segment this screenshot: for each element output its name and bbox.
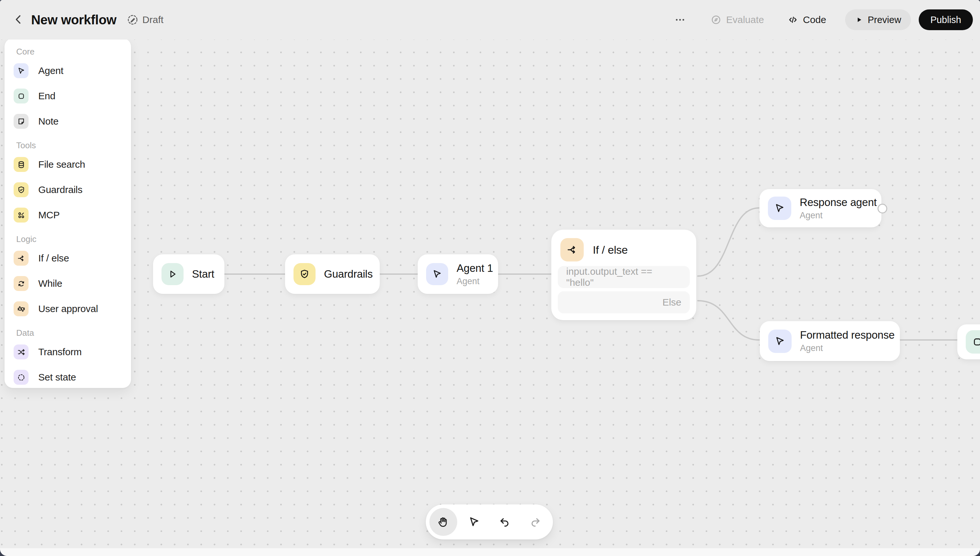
note-icon [14, 114, 29, 129]
node-guardrails[interactable]: Guardrails [285, 254, 380, 294]
node-palette: Core Agent End Note Tools File search Gu… [5, 38, 131, 388]
play-icon [855, 16, 863, 24]
cursor-icon [426, 263, 448, 285]
node-title: If / else [593, 244, 628, 256]
palette-item-file-search[interactable]: File search [14, 157, 126, 172]
palette-item-mcp[interactable]: MCP [14, 208, 126, 223]
redo-icon [529, 516, 542, 528]
canvas-toolbar [426, 504, 553, 540]
shield-check-icon [294, 263, 316, 285]
evaluate-button[interactable]: Evaluate [708, 10, 767, 30]
chevron-left-icon [12, 13, 25, 27]
section-label-tools: Tools [16, 141, 131, 150]
node-title: Guardrails [324, 268, 373, 280]
palette-item-end[interactable]: End [14, 89, 126, 103]
play-icon [161, 263, 184, 285]
palette-item-agent[interactable]: Agent [14, 63, 126, 78]
cursor-icon [14, 63, 29, 78]
undo-icon [499, 516, 511, 528]
node-formatted-response[interactable]: Formatted response Agent [760, 321, 900, 361]
shuffle-icon [14, 344, 29, 359]
node-start[interactable]: Start [153, 254, 224, 294]
section-label-logic: Logic [16, 234, 131, 244]
node-response-agent[interactable]: Response agent Agent [759, 189, 882, 227]
pan-tool-button[interactable] [429, 508, 457, 536]
cursor-icon [468, 516, 481, 529]
node-subtitle: Agent [457, 276, 493, 286]
draft-badge: Draft [127, 14, 163, 26]
node-title: Response agent [800, 196, 877, 208]
node-title: Formatted response [800, 329, 895, 341]
node-title: Agent 1 [457, 262, 493, 275]
output-port[interactable] [878, 204, 887, 213]
thumbs-icon [14, 301, 29, 316]
redo-button[interactable] [521, 508, 549, 536]
palette-item-note[interactable]: Note [14, 114, 126, 129]
workflow-title: New workflow [31, 13, 116, 27]
palette-item-while[interactable]: While [14, 276, 126, 291]
code-icon [787, 14, 798, 25]
palette-item-if-else[interactable]: If / else [14, 251, 126, 266]
cursor-icon [768, 197, 791, 220]
draft-pencil-icon [127, 14, 139, 26]
ellipsis-icon [674, 14, 686, 26]
section-label-core: Core [16, 47, 131, 57]
undo-button[interactable] [491, 508, 518, 536]
palette-item-transform[interactable]: Transform [14, 344, 126, 359]
code-button[interactable]: Code [785, 10, 829, 30]
agent-workflow-builder: Start Guardrails Agent 1 Agent [0, 0, 980, 556]
select-tool-button[interactable] [460, 508, 488, 536]
node-agent-1[interactable]: Agent 1 Agent [418, 254, 498, 294]
edge-else-formatted-response [698, 301, 759, 340]
top-bar: New workflow Draft Evaluate Code Preview… [0, 0, 980, 40]
branch-icon [560, 238, 584, 262]
palette-item-set-state[interactable]: Set state [14, 370, 126, 385]
more-options-button[interactable] [670, 10, 690, 29]
draft-label: Draft [142, 14, 163, 25]
workflow-canvas[interactable]: Start Guardrails Agent 1 Agent [0, 0, 980, 556]
palette-item-user-approval[interactable]: User approval [14, 301, 126, 316]
loop-icon [14, 276, 29, 291]
publish-button[interactable]: Publish [919, 10, 973, 30]
if-condition-row[interactable]: input.output_text == "hello" [558, 266, 690, 288]
dashed-circle-icon [14, 370, 29, 385]
if-condition-expression: input.output_text == "hello" [566, 266, 681, 288]
preview-button[interactable]: Preview [845, 10, 911, 30]
node-title: Start [192, 268, 214, 280]
hand-icon [437, 516, 450, 529]
shield-check-icon [14, 182, 29, 197]
database-icon [14, 157, 29, 172]
node-if-else[interactable]: If / else input.output_text == "hello" E… [551, 230, 696, 320]
end-square-icon [966, 330, 980, 354]
edge-if-response-agent [698, 208, 759, 276]
section-label-data: Data [16, 328, 131, 338]
compass-icon [710, 14, 722, 25]
back-button[interactable] [11, 12, 26, 27]
node-end-partial[interactable] [957, 324, 980, 359]
node-subtitle: Agent [800, 210, 877, 221]
branch-icon [14, 251, 29, 266]
node-subtitle: Agent [800, 343, 895, 353]
mcp-icon [14, 208, 29, 223]
else-label: Else [662, 297, 681, 308]
square-icon [14, 89, 29, 103]
else-row[interactable]: Else [558, 291, 690, 314]
palette-item-guardrails[interactable]: Guardrails [14, 182, 126, 197]
cursor-icon [768, 330, 791, 353]
